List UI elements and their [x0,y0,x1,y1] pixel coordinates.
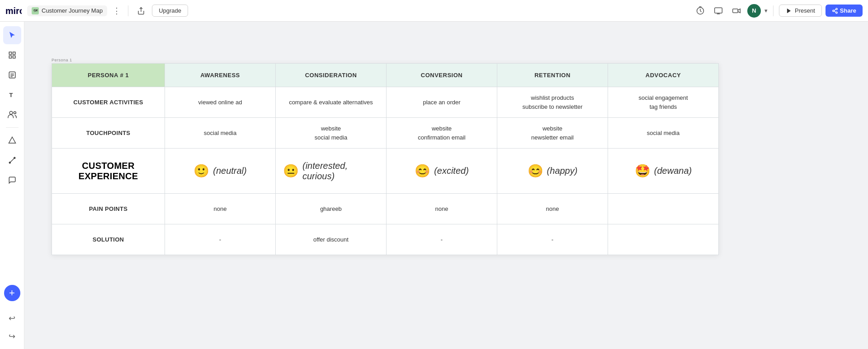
label-touchpoints: TOUCHPOINTS [52,118,165,149]
cell-activities-awareness: viewed online ad [165,87,276,118]
tab-options-icon[interactable]: ⋮ [111,6,123,16]
label-solution: SOLUTION [52,224,165,255]
cell-solution-advocacy [608,224,719,255]
sidebar-item-team[interactable] [3,106,21,124]
emoji-interested: 😐 [283,163,299,178]
tab-title: Customer Journey Map [42,7,103,14]
col-header-advocacy: ADVOCACY [608,64,719,87]
divider2 [773,5,774,16]
avatar-chevron-icon[interactable]: ▾ [764,7,768,14]
cell-solution-retention: - [497,224,608,255]
share-button[interactable]: Share [826,5,863,17]
cell-touch-conversion: website confirmation email [387,118,497,149]
cell-exp-consideration: 😐 (interested, curious) [276,149,387,194]
row-experience: CUSTOMER EXPERIENCE 🙂 (neutral) 😐 (inter… [52,149,719,194]
sidebar-item-shapes[interactable] [3,131,21,149]
svg-point-23 [9,162,10,163]
exp-interested-text: (interested, curious) [302,161,379,181]
svg-rect-10 [9,52,11,54]
svg-rect-11 [13,52,15,54]
share-link-icon[interactable] [134,4,148,18]
row-customer-activities: CUSTOMER ACTIVITIES viewed online ad com… [52,87,719,118]
svg-point-19 [9,112,13,115]
left-sidebar: T + ↩ ↪ [0,22,24,349]
canvas[interactable]: Persona 1 PERSONA # 1 AWARENESS CONSIDER… [24,22,868,349]
cell-activities-consideration: compare & evaluate alternatives [276,87,387,118]
svg-marker-21 [9,137,15,144]
emoji-excited: 😊 [415,163,430,178]
add-button[interactable]: + [4,285,20,301]
cell-pain-conversion: none [387,194,497,224]
sidebar-item-text[interactable]: T [3,86,21,104]
label-pain-points: PAIN POINTS [52,194,165,224]
svg-marker-4 [787,8,791,13]
col-header-retention: RETENTION [497,64,608,87]
header-row: PERSONA # 1 AWARENESS CONSIDERATION CONV… [52,64,719,87]
cell-touch-retention: website newsletter email [497,118,608,149]
video-icon[interactable] [729,4,744,18]
exp-excited-text: (excited) [434,166,469,176]
tiny-label: Persona 1 [52,58,719,62]
cell-activities-retention: wishlist products subscribe to newslette… [497,87,608,118]
cell-exp-awareness: 🙂 (neutral) [165,149,276,194]
svg-rect-12 [9,56,11,58]
exp-retention-cell: 😊 (happy) [505,163,600,178]
row-pain-points: PAIN POINTS none ghareeb none none [52,194,719,224]
miro-logo[interactable]: miro [5,5,22,16]
cell-exp-advocacy: 🤩 (dewana) [608,149,719,194]
exp-awareness-cell: 🙂 (neutral) [172,163,268,178]
svg-point-24 [14,157,15,158]
emoji-dewana: 🤩 [635,163,651,178]
svg-point-7 [836,12,838,14]
redo-icon[interactable]: ↪ [4,328,20,344]
svg-line-9 [834,9,836,10]
svg-text:miro: miro [5,6,22,16]
svg-line-8 [834,11,836,12]
col-header-awareness: AWARENESS [165,64,276,87]
svg-point-20 [14,112,16,114]
exp-advocacy-cell: 🤩 (dewana) [615,163,711,178]
svg-point-6 [833,10,835,12]
timer-icon[interactable] [693,4,708,18]
avatar[interactable]: N [747,4,761,18]
upgrade-button[interactable]: Upgrade [152,5,188,17]
cell-activities-conversion: place an order [387,87,497,118]
cell-touch-advocacy: social media [608,118,719,149]
cell-solution-consideration: offer discount [276,224,387,255]
sidebar-item-notes[interactable] [3,66,21,84]
cell-solution-conversion: - [387,224,497,255]
label-customer-activities: CUSTOMER ACTIVITIES [52,87,165,118]
emoji-happy: 😊 [528,163,543,178]
exp-happy-text: (happy) [547,166,578,176]
cell-exp-retention: 😊 (happy) [497,149,608,194]
exp-neutral-text: (neutral) [213,166,246,176]
emoji-neutral: 🙂 [193,163,209,178]
sidebar-item-frames[interactable] [3,46,21,64]
sidebar-separator [6,127,19,128]
divider [128,5,128,16]
tab-favicon: 🗺 [32,7,39,14]
svg-rect-2 [715,8,722,13]
undo-icon[interactable]: ↩ [4,310,20,326]
sidebar-item-connector[interactable] [3,151,21,169]
cell-exp-conversion: 😊 (excited) [387,149,497,194]
topbar-right: N ▾ Present Share [693,4,863,18]
svg-text:T: T [9,92,13,98]
tab-item[interactable]: 🗺 Customer Journey Map [27,5,107,16]
svg-rect-3 [733,9,738,12]
present-button[interactable]: Present [779,5,822,17]
exp-conversion-cell: 😊 (excited) [394,163,490,178]
label-experience: CUSTOMER EXPERIENCE [52,149,165,194]
cell-touch-awareness: social media [165,118,276,149]
exp-dewana-text: (dewana) [654,166,692,176]
topbar: miro 🗺 Customer Journey Map ⋮ Upgrade [0,0,868,22]
exp-consideration-cell: 😐 (interested, curious) [283,161,379,181]
col-header-conversion: CONVERSION [387,64,497,87]
col-header-persona: PERSONA # 1 [52,64,165,87]
svg-rect-13 [13,56,15,58]
sidebar-item-comment[interactable] [3,171,21,189]
screen-share-icon[interactable] [711,4,726,18]
svg-point-5 [836,8,838,10]
sidebar-item-cursor[interactable] [3,26,21,44]
cell-pain-awareness: none [165,194,276,224]
